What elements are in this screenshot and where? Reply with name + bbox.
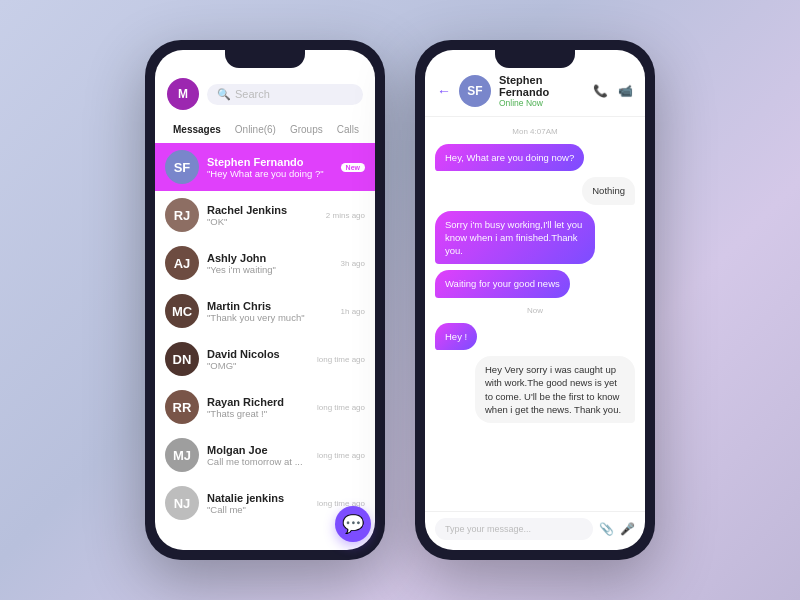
received-bubble: Nothing (582, 177, 635, 204)
message-name: Rachel Jenkins (207, 204, 318, 216)
tab-online[interactable]: Online(6) (229, 122, 282, 137)
message-name: Ashly John (207, 252, 333, 264)
time-label: Mon 4:07AM (435, 127, 635, 136)
message-input[interactable]: Type your message... (435, 518, 593, 540)
message-avatar: DN (165, 342, 199, 376)
compose-button[interactable]: 💬 (335, 506, 371, 542)
message-time: long time ago (317, 451, 365, 460)
message-name: Martin Chris (207, 300, 333, 312)
chat-input-area: Type your message... 📎 🎤 (425, 511, 645, 550)
tab-groups[interactable]: Groups (284, 122, 329, 137)
chat-avatar: SF (459, 75, 491, 107)
message-avatar: MC (165, 294, 199, 328)
left-phone: M 🔍 Search Messages Online(6) Groups Cal… (145, 40, 385, 560)
message-name: Molgan Joe (207, 444, 309, 456)
message-content: Stephen Fernando"Hey What are you doing … (207, 156, 333, 179)
message-list: SFStephen Fernando"Hey What are you doin… (155, 143, 375, 550)
right-notch (495, 50, 575, 68)
message-list-item[interactable]: MJMolgan JoeCall me tomorrow at ...long … (155, 431, 375, 479)
message-preview: Call me tomorrow at ... (207, 456, 309, 467)
message-name: Stephen Fernando (207, 156, 333, 168)
chat-actions: 📞 📹 (593, 84, 633, 98)
message-time: 3h ago (341, 259, 365, 268)
message-preview: "Hey What are you doing ?" (207, 168, 333, 179)
chat-user-name: Stephen Fernando (499, 74, 585, 98)
search-placeholder[interactable]: Search (235, 88, 270, 100)
sent-bubble: Hey, What are you doing now? (435, 144, 584, 171)
search-icon: 🔍 (217, 88, 231, 101)
sent-bubble: Sorry i'm busy working,I'll let you know… (435, 211, 595, 265)
message-avatar: NJ (165, 486, 199, 520)
message-preview: "Thats great !" (207, 408, 309, 419)
new-badge: New (341, 163, 365, 172)
message-list-item[interactable]: RJRachel Jenkins"OK"2 mins ago (155, 191, 375, 239)
user-avatar: M (167, 78, 199, 110)
message-time: long time ago (317, 403, 365, 412)
message-content: Natalie jenkins"Call me" (207, 492, 309, 515)
tab-messages[interactable]: Messages (167, 122, 227, 137)
sent-bubble: Waiting for your good news (435, 270, 570, 297)
messages-screen: M 🔍 Search Messages Online(6) Groups Cal… (155, 50, 375, 550)
message-content: Molgan JoeCall me tomorrow at ... (207, 444, 309, 467)
tabs-bar: Messages Online(6) Groups Calls (155, 118, 375, 143)
chat-messages: Mon 4:07AMHey, What are you doing now?No… (425, 117, 645, 511)
message-content: Ashly John"Yes i'm waiting" (207, 252, 333, 275)
message-list-item[interactable]: AJAshly John"Yes i'm waiting"3h ago (155, 239, 375, 287)
compose-icon: 💬 (342, 513, 364, 535)
message-list-item[interactable]: SFStephen Fernando"Hey What are you doin… (155, 143, 375, 191)
message-avatar: SF (165, 150, 199, 184)
message-preview: "OMG" (207, 360, 309, 371)
chat-user-info: Stephen Fernando Online Now (499, 74, 585, 108)
message-avatar: MJ (165, 438, 199, 472)
received-bubble: Hey Very sorry i was caught up with work… (475, 356, 635, 423)
message-time: 1h ago (341, 307, 365, 316)
message-preview: "Yes i'm waiting" (207, 264, 333, 275)
message-avatar: RJ (165, 198, 199, 232)
message-list-item[interactable]: RRRayan Richerd"Thats great !"long time … (155, 383, 375, 431)
message-content: David Nicolos"OMG" (207, 348, 309, 371)
message-time: long time ago (317, 355, 365, 364)
message-content: Rachel Jenkins"OK" (207, 204, 318, 227)
message-content: Martin Chris"Thank you very much" (207, 300, 333, 323)
message-name: Natalie jenkins (207, 492, 309, 504)
tab-calls[interactable]: Calls (331, 122, 365, 137)
time-label: Now (435, 306, 635, 315)
message-list-item[interactable]: DNDavid Nicolos"OMG"long time ago (155, 335, 375, 383)
message-name: David Nicolos (207, 348, 309, 360)
sent-bubble: Hey ! (435, 323, 477, 350)
message-name: Rayan Richerd (207, 396, 309, 408)
right-phone: ← SF Stephen Fernando Online Now 📞 📹 Mon… (415, 40, 655, 560)
video-icon[interactable]: 📹 (618, 84, 633, 98)
attachment-icon[interactable]: 📎 (599, 522, 614, 536)
message-avatar: AJ (165, 246, 199, 280)
chat-user-status: Online Now (499, 98, 585, 108)
back-button[interactable]: ← (437, 83, 451, 99)
message-preview: "OK" (207, 216, 318, 227)
search-bar[interactable]: 🔍 Search (207, 84, 363, 105)
message-avatar: RR (165, 390, 199, 424)
message-preview: "Call me" (207, 504, 309, 515)
phone-icon[interactable]: 📞 (593, 84, 608, 98)
message-content: Rayan Richerd"Thats great !" (207, 396, 309, 419)
left-notch (225, 50, 305, 68)
message-time: 2 mins ago (326, 211, 365, 220)
message-list-item[interactable]: MCMartin Chris"Thank you very much"1h ag… (155, 287, 375, 335)
microphone-icon[interactable]: 🎤 (620, 522, 635, 536)
chat-screen: ← SF Stephen Fernando Online Now 📞 📹 Mon… (425, 50, 645, 550)
message-preview: "Thank you very much" (207, 312, 333, 323)
